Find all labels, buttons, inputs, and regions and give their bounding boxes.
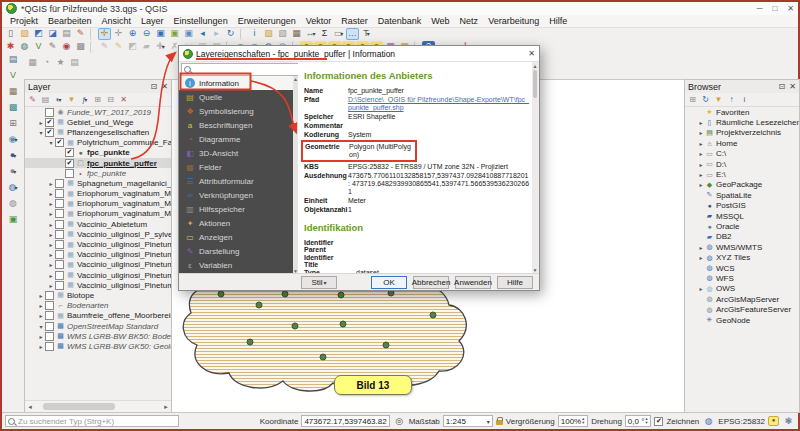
log-messages-icon[interactable]: ● [768,416,779,426]
layer-item[interactable]: ▸ ▦ Vaccinio_uliginosi_Pinetum_sylve [25,250,171,260]
save-layer-edits-icon[interactable]: ◩ [126,41,139,53]
collapse-browser-icon[interactable]: ↑ [726,94,737,105]
minimize-button[interactable]: ─ [757,4,763,13]
menu-item[interactable]: Hilfe [545,16,571,26]
tab-information[interactable]: i Information [179,76,293,90]
apply-button[interactable]: Anwenden [455,276,491,289]
expander-icon[interactable]: ▸ [37,302,45,309]
layer-checkbox[interactable] [45,332,54,341]
data-source-manager-icon[interactable]: ▤ [6,53,20,66]
layer-item[interactable]: ▸ ▩ WMS LGRB-BW GK50: Geologisch [25,341,171,351]
new-project-icon[interactable]: ▯ [4,28,17,40]
add-spatialite-layer-icon[interactable]: ◉▾ [6,133,20,146]
zoom-next-icon[interactable]: ▸ [210,28,223,40]
expander-icon[interactable]: ▸ [47,241,55,248]
add-delimited-text-icon[interactable]: ⊞ [6,117,20,130]
browser-item[interactable]: ▸ ◍ WMS/WMTS [685,242,799,252]
select-features-icon[interactable]: ▧ [262,28,275,40]
add-raster-layer-icon[interactable]: ▦ [6,85,20,98]
zoom-in-icon[interactable]: ⊕ [126,28,139,40]
expander-icon[interactable]: ▸ [697,171,705,178]
filter-legend-icon[interactable]: ▼ [66,94,77,105]
layer-checkbox[interactable] [65,148,74,157]
scroll-right-icon[interactable]: ▸ [161,403,171,411]
pan-map-icon[interactable]: ✛ [98,28,111,40]
expander-icon[interactable]: ▸ [697,129,705,136]
add-selected-layers-icon[interactable]: ⊞ [687,94,698,105]
manage-themes-icon[interactable]: ◐▾ [53,94,64,105]
content-scrollbar[interactable]: ▲▼ [532,63,538,273]
layer-item[interactable]: ▸ ▦ Vaccinio_uliginosi_P_sylvestris_P_ [25,229,171,239]
spinner-icon[interactable]: ▲▼ [644,417,648,425]
bookmarks-icon[interactable]: ★ [54,56,67,68]
menu-item[interactable]: Web [427,16,453,26]
menu-item[interactable]: Verarbeitung [484,16,543,26]
expander-icon[interactable]: ▸ [47,180,55,187]
layer-checkbox[interactable] [45,311,54,320]
add-vector-layer-icon[interactable]: V [6,69,20,82]
menu-item[interactable]: Einstellungen [170,16,232,26]
layer-checkbox[interactable] [45,322,54,331]
menu-item[interactable]: Datenbank [374,16,426,26]
layer-item[interactable]: ▾ ▦ Pflanzengesellschaften [25,127,171,137]
layer-checkbox[interactable] [55,271,64,280]
layer-checkbox[interactable] [55,220,64,229]
expander-icon[interactable]: ▸ [47,221,55,228]
refresh-browser-icon[interactable]: ↻ [700,94,711,105]
menu-item[interactable]: Ansicht [98,16,136,26]
menu-item[interactable]: Vektor [302,16,336,26]
float-panel-icon[interactable]: ⊡ [151,82,158,91]
browser-item[interactable]: ▰ MSSQL [685,211,799,221]
identify-features-icon[interactable]: i [248,28,261,40]
browser-item[interactable]: ▸ ◍ OWS [685,284,799,294]
layer-checkbox[interactable] [55,189,64,198]
filter-browser-icon[interactable]: ▼ [713,94,724,105]
tab-hilfsspeicher[interactable]: ▥ Hilfsspeicher [179,202,293,216]
add-feature-icon[interactable]: ▰ [140,41,153,53]
browser-item[interactable]: ◍ ArcGisMapServer [685,294,799,304]
expander-icon[interactable]: ▸ [697,119,705,126]
layer-checkbox[interactable] [55,179,64,188]
layer-item[interactable]: ▸ ⌐ Bodenarten [25,301,171,311]
scrollbar-thumb[interactable] [43,403,115,410]
layer-checkbox[interactable] [55,250,64,259]
filter-expression-icon[interactable]: ƒ▾ [79,94,90,105]
menu-item[interactable]: Projekt [6,16,42,26]
layer-item[interactable]: ▸ ▦ Vaccinio_uliginosi_Pinetum_sylve [25,239,171,249]
measure-line-icon[interactable]: ↔▾ [304,28,317,40]
zoom-last-icon[interactable]: ◂ [196,28,209,40]
layer-item[interactable]: ▸ ▦ Vaccinio_uliginosi_Pinetum_sylve [25,260,171,270]
tab-aktionen[interactable]: ✦ Aktionen [179,216,293,230]
tab-3d-ansicht[interactable]: ◧ 3D-Ansicht [179,146,293,160]
browser-item[interactable]: ▸ ◆ GeoPackage [685,180,799,190]
tab-darstellung[interactable]: ✎ Darstellung [179,244,293,258]
map-tips-icon[interactable]: … [346,28,359,40]
add-xyz-layer-icon[interactable]: ◍ [6,197,20,210]
tab-symbolisierung[interactable]: ❖ Symbolisierung [179,104,293,118]
layer-checkbox[interactable] [45,342,54,351]
add-postgis-layer-icon[interactable]: ●▾ [6,149,20,162]
expander-icon[interactable]: ▸ [47,200,55,207]
menu-item[interactable]: Netz [456,16,483,26]
expander-icon[interactable]: ▸ [47,190,55,197]
new-shapefile-layer-icon[interactable]: ▣ [6,213,20,226]
browser-item[interactable]: ▸ ▭ C:\ [685,149,799,159]
browser-item[interactable]: ● PostGIS [685,201,799,211]
layer-item[interactable]: ▸ ▦ Eriophorum_vaginatum_Moor4 [25,209,171,219]
expander-icon[interactable]: ▾ [47,139,55,146]
close-panel-icon[interactable]: ✕ [789,82,796,91]
browser-item[interactable]: ▸ ▤ Projektverzeichnis [685,128,799,138]
browser-item[interactable]: ▸ ⌂ Home [685,138,799,148]
expand-all-icon[interactable]: ⊞ [92,94,103,105]
layout-shortcut-icon[interactable]: ▤ [68,56,81,68]
toggle-editing-icon[interactable]: ✎ [112,41,125,53]
layer-item[interactable]: ▸ ▦ Biotope [25,290,171,300]
save-project-icon[interactable]: ◩ [32,28,45,40]
current-edits-icon[interactable]: ✎ [98,41,111,53]
add-oracle-layer-icon[interactable]: ●▾ [6,165,20,178]
layer-item[interactable]: ▸ ▦ Vaccinio_uliginosi_Pinetum_sylve [25,270,171,280]
zoom-to-selection-icon[interactable]: ▣ [168,28,181,40]
expander-icon[interactable]: ▾ [37,129,45,136]
pan-to-selection-icon[interactable]: ✛ [112,28,125,40]
layer-item[interactable]: ▸ ▦ Vaccinio_Abietetum [25,219,171,229]
